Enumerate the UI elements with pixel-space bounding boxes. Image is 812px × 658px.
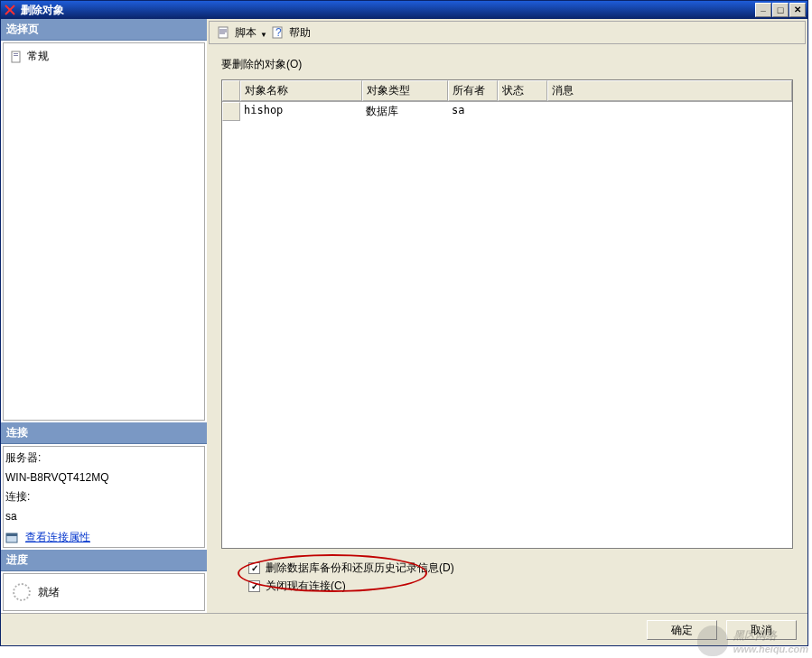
app-icon bbox=[3, 3, 17, 17]
svg-rect-2 bbox=[12, 51, 20, 62]
page-icon bbox=[9, 50, 23, 64]
server-value: WIN-B8RVQT412MQ bbox=[5, 471, 202, 484]
window-title: 删除对象 bbox=[21, 3, 754, 18]
col-rowhead bbox=[222, 80, 240, 101]
dialog-body: 选择页 常规 连接 服务器: WIN-B8RVQT412MQ 连接: sa bbox=[1, 19, 807, 613]
highlight-ellipse bbox=[238, 554, 427, 592]
col-name[interactable]: 对象名称 bbox=[240, 80, 362, 101]
svg-rect-3 bbox=[14, 53, 18, 54]
sidebar-item-general[interactable]: 常规 bbox=[7, 47, 201, 66]
connection-panel: 服务器: WIN-B8RVQT412MQ 连接: sa 查看连接属性 bbox=[3, 446, 205, 548]
properties-icon bbox=[5, 531, 20, 545]
ok-button[interactable]: 确定 bbox=[647, 620, 717, 640]
script-label: 脚本 bbox=[235, 25, 257, 41]
help-label: 帮助 bbox=[289, 25, 311, 41]
row-header bbox=[222, 102, 240, 121]
progress-header: 进度 bbox=[1, 550, 207, 571]
svg-rect-4 bbox=[14, 55, 18, 56]
cell-name: hishop bbox=[240, 102, 362, 121]
checkbox-group: 删除数据库备份和还原历史记录信息(D) 关闭现有连接(C) bbox=[221, 558, 793, 597]
server-label: 服务器: bbox=[5, 450, 202, 466]
select-page-header: 选择页 bbox=[1, 19, 207, 41]
sidebar: 选择页 常规 连接 服务器: WIN-B8RVQT412MQ 连接: sa bbox=[1, 19, 207, 613]
connection-label: 连接: bbox=[5, 489, 202, 505]
content: 要删除的对象(O) 对象名称 对象类型 所有者 状态 消息 hishop bbox=[209, 48, 806, 611]
cancel-button[interactable]: 取消 bbox=[726, 620, 797, 640]
view-connection-props-link[interactable]: 查看连接属性 bbox=[25, 530, 90, 545]
objects-grid[interactable]: 对象名称 对象类型 所有者 状态 消息 hishop 数据库 sa bbox=[221, 79, 793, 549]
main-panel: 脚本 ▼ ? 帮助 要删除的对象(O) 对象名称 对象类型 bbox=[207, 19, 807, 613]
grid-header: 对象名称 对象类型 所有者 状态 消息 bbox=[222, 80, 792, 102]
connection-value: sa bbox=[5, 510, 202, 523]
cell-message bbox=[547, 102, 792, 121]
script-icon bbox=[217, 25, 231, 40]
delete-object-dialog: 删除对象 选择页 常规 连接 服务器: WIN-B8RVQT412MQ 连接: … bbox=[0, 0, 808, 646]
sidebar-item-label: 常规 bbox=[27, 49, 49, 64]
script-button[interactable]: 脚本 ▼ bbox=[213, 23, 264, 42]
svg-rect-6 bbox=[6, 533, 17, 536]
col-type[interactable]: 对象类型 bbox=[362, 80, 448, 101]
minimize-button[interactable] bbox=[755, 3, 771, 17]
help-button[interactable]: ? 帮助 bbox=[267, 23, 314, 42]
spinner-icon bbox=[13, 583, 31, 601]
help-icon: ? bbox=[271, 25, 285, 40]
close-button[interactable] bbox=[789, 3, 806, 17]
col-owner[interactable]: 所有者 bbox=[448, 80, 498, 101]
toolbar: 脚本 ▼ ? 帮助 bbox=[209, 21, 806, 44]
progress-status: 就绪 bbox=[38, 585, 60, 600]
table-row[interactable]: hishop 数据库 sa bbox=[222, 102, 792, 121]
footer: 确定 取消 bbox=[1, 613, 807, 645]
connection-header: 连接 bbox=[1, 422, 207, 444]
col-message[interactable]: 消息 bbox=[547, 80, 792, 101]
col-status[interactable]: 状态 bbox=[498, 80, 547, 101]
grid-body: hishop 数据库 sa bbox=[222, 102, 792, 548]
svg-rect-7 bbox=[219, 27, 228, 38]
cell-owner: sa bbox=[448, 102, 498, 121]
maximize-button[interactable] bbox=[772, 3, 789, 17]
cell-type: 数据库 bbox=[362, 102, 448, 121]
svg-text:?: ? bbox=[275, 26, 282, 39]
objects-to-delete-label: 要删除的对象(O) bbox=[221, 57, 793, 72]
titlebar[interactable]: 删除对象 bbox=[1, 1, 807, 19]
cell-status bbox=[498, 102, 547, 121]
view-connection-props[interactable]: 查看连接属性 bbox=[5, 530, 202, 545]
select-page-panel: 常规 bbox=[3, 42, 205, 421]
progress-panel: 就绪 bbox=[3, 573, 205, 611]
